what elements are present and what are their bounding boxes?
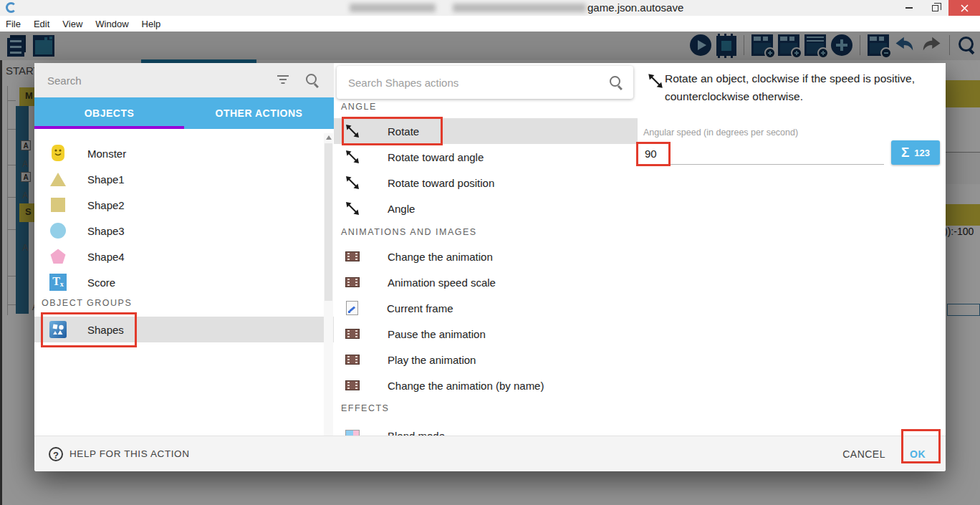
dialog-footer: ? HELP FOR THIS ACTION CANCEL OK (34, 436, 946, 471)
film-strip-icon (345, 329, 360, 339)
rotate-icon (344, 122, 361, 140)
object-row-shape3[interactable]: Shape3 (34, 218, 334, 244)
object-row-shape1[interactable]: Shape1 (34, 166, 334, 192)
blurred-title-segment (453, 4, 586, 12)
square-icon (49, 197, 67, 213)
close-icon (961, 4, 969, 12)
scrollbar-thumb[interactable] (325, 143, 332, 301)
group-row-shapes[interactable]: Shapes (34, 317, 334, 342)
filter-icon[interactable] (277, 75, 289, 85)
angular-speed-input[interactable] (643, 143, 884, 165)
object-row-shape2[interactable]: Shape2 (34, 192, 334, 218)
object-row-monster[interactable]: Monster (34, 140, 334, 166)
section-header-angle: ANGLE (341, 102, 377, 112)
circle-icon (49, 222, 67, 239)
action-row-rotate-toward-position[interactable]: Rotate toward position (334, 170, 634, 196)
action-search-input[interactable] (348, 66, 599, 99)
object-search-bar (34, 63, 334, 97)
menu-edit[interactable]: Edit (34, 19, 49, 29)
window-title: game.json.autosave (587, 1, 683, 14)
objects-scrollbar[interactable] (324, 133, 333, 436)
active-tab-underline (34, 126, 184, 129)
object-row-score[interactable]: Tx Score (34, 269, 334, 295)
action-parameters-panel: Rotate an object, clockwise if the speed… (638, 63, 946, 436)
frame-edit-icon (346, 301, 358, 315)
rotate-icon (646, 72, 665, 90)
menu-file[interactable]: File (6, 19, 21, 29)
search-icon[interactable] (305, 73, 320, 87)
action-row-rotate-toward-angle[interactable]: Rotate toward angle (334, 144, 634, 170)
gdevelop-logo-icon (6, 2, 16, 13)
cancel-button[interactable]: CANCEL (842, 448, 885, 460)
section-header-effects: EFFECTS (341, 403, 389, 413)
action-row-animation-speed[interactable]: Animation speed scale (334, 269, 634, 295)
objects-panel: OBJECTS OTHER ACTIONS Monster Shape1 Sha… (34, 63, 334, 436)
blurred-title-segment (350, 4, 436, 12)
scroll-up-icon[interactable] (326, 135, 332, 140)
expression-editor-button[interactable]: Σ 123 (891, 140, 940, 165)
window-titlebar: game.json.autosave (0, 0, 980, 16)
action-row-angle[interactable]: Angle (334, 196, 634, 221)
object-groups-header: OBJECT GROUPS (42, 298, 132, 308)
help-icon: ? (49, 447, 63, 461)
help-button[interactable]: ? HELP FOR THIS ACTION (49, 447, 190, 461)
film-strip-icon (345, 380, 360, 390)
action-row-change-animation-by-name[interactable]: Change the animation (by name) (334, 372, 634, 398)
pentagon-icon (49, 248, 67, 265)
rotate-icon (344, 200, 361, 217)
action-row-rotate[interactable]: Rotate (334, 118, 645, 144)
triangle-icon (49, 171, 67, 187)
action-row-play-animation[interactable]: Play the animation (334, 347, 634, 372)
ok-button[interactable]: OK (910, 448, 926, 460)
action-search-bar (337, 66, 633, 99)
tab-objects[interactable]: OBJECTS (34, 97, 184, 129)
object-search-input[interactable] (47, 63, 269, 97)
rotate-icon (344, 174, 361, 191)
action-editor-dialog: OBJECTS OTHER ACTIONS Monster Shape1 Sha… (34, 63, 946, 471)
menu-window[interactable]: Window (95, 19, 128, 29)
action-row-change-animation[interactable]: Change the animation (334, 244, 634, 269)
object-row-shape4[interactable]: Shape4 (34, 244, 334, 269)
menu-bar: File Edit View Window Help (0, 16, 980, 32)
action-description: Rotate an object, clockwise if the speed… (665, 69, 953, 105)
film-strip-icon (345, 355, 360, 365)
sigma-icon: Σ (901, 145, 909, 160)
menu-help[interactable]: Help (142, 19, 161, 29)
action-row-pause-animation[interactable]: Pause the animation (334, 321, 634, 347)
object-group-icon (49, 321, 67, 338)
film-strip-icon (345, 251, 360, 261)
text-object-icon: Tx (49, 274, 67, 291)
actions-panel: ANGLE Rotate Rotate toward angle Rotate … (334, 63, 638, 436)
restore-button[interactable] (923, 0, 947, 16)
menu-view[interactable]: View (62, 19, 82, 29)
rotate-icon (344, 148, 361, 165)
minimize-button[interactable] (897, 0, 921, 16)
object-tabs: OBJECTS OTHER ACTIONS (34, 97, 334, 129)
action-row-current-frame[interactable]: Current frame (334, 295, 634, 321)
tab-other-actions[interactable]: OTHER ACTIONS (184, 97, 334, 129)
close-button[interactable] (948, 0, 980, 16)
search-icon[interactable] (609, 75, 623, 90)
section-header-animations: ANIMATIONS AND IMAGES (341, 227, 477, 237)
monster-icon (49, 144, 67, 163)
film-strip-icon (345, 277, 360, 287)
angular-speed-label: Angular speed (in degrees per second) (643, 128, 798, 138)
